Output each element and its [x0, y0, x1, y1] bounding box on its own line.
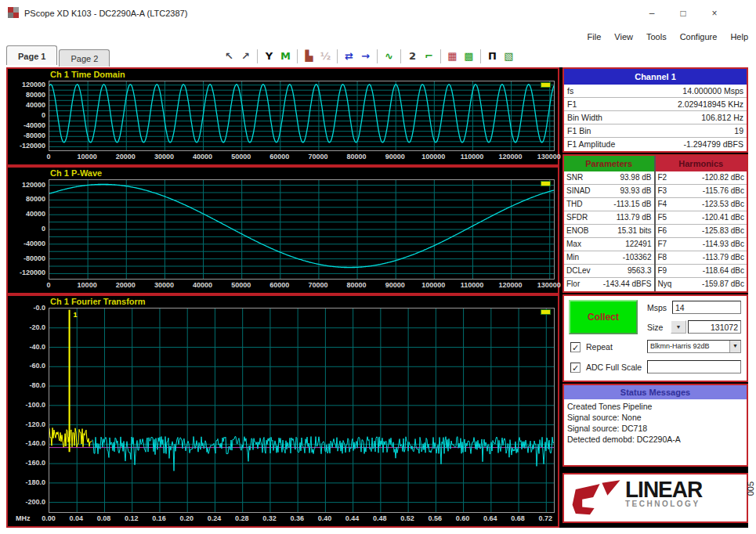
tab-page-1[interactable]: Page 1 [6, 45, 57, 65]
histogram-icon[interactable]: ▙ [301, 48, 317, 65]
x-axis-tick-label: 10000 [70, 153, 104, 161]
plot-canvas[interactable]: 1 [49, 308, 555, 513]
y-axis-tick-label: -0.0 [8, 304, 45, 312]
x-axis-tick-label: 120000 [494, 281, 528, 289]
x-axis-tick-label: 80000 [339, 281, 374, 289]
toolbar-separator [377, 49, 378, 63]
window-function-select[interactable]: Blkmn-Harris 92dB ▼ [647, 340, 741, 353]
x-axis-tick-label: 80000 [339, 153, 374, 161]
zoom-tool-icon[interactable]: ↗ [237, 48, 254, 65]
toolbar-separator [480, 49, 481, 63]
y-axis-tick-label: -180.0 [8, 478, 45, 486]
harmonic-row: F8-113.79 dBc [656, 251, 747, 265]
adc-full-scale-input[interactable] [647, 360, 741, 373]
status-message: Created Tones Pipeline [567, 401, 743, 412]
shift-x-icon[interactable]: → [357, 48, 374, 65]
channel-header: Channel 1 [564, 69, 747, 85]
p-wave-chart[interactable]: Ch 1 P-Wave12000080000400000-40000-80000… [6, 166, 559, 294]
msps-label: Msps [647, 303, 667, 312]
corner-plot-icon[interactable]: ⌐ [421, 48, 437, 65]
status-messages-header: Status Messages [564, 385, 747, 399]
plot-canvas[interactable] [49, 179, 555, 280]
size-dropdown-icon[interactable]: ▼ [671, 320, 686, 334]
x-axis-tick-label: 130000 [532, 153, 566, 161]
logo-text: LINEAR TECHNOLOGY [625, 478, 702, 508]
y-axis-tick-label: -40000 [8, 240, 45, 247]
x-axis-tick-label: 120000 [494, 153, 528, 161]
tab-page-2[interactable]: Page 2 [59, 49, 110, 67]
menu-tools[interactable]: Tools [646, 32, 667, 41]
pulse-icon[interactable]: Π [484, 48, 501, 65]
time-domain-chart[interactable]: Ch 1 Time Domain12000080000400000-40000-… [6, 67, 559, 166]
menu-help[interactable]: Help [730, 32, 748, 41]
window-function-value: Blkmn-Harris 92dB [650, 342, 710, 350]
x-axis-tick-label: 100000 [416, 281, 450, 289]
menu-view[interactable]: View [614, 32, 633, 41]
channel-info-row: F1 Bin19 [564, 124, 747, 138]
window-samples-icon[interactable]: M [277, 48, 294, 65]
y-axis-tick-label: 80000 [8, 195, 45, 203]
collect-button[interactable]: Collect [569, 300, 638, 334]
y-scale-icon[interactable]: Y [261, 48, 277, 65]
close-button[interactable]: × [706, 6, 723, 20]
parameters-table: Parameters SNR93.98 dBSINAD93.93 dBTHD-1… [564, 156, 656, 291]
size-input[interactable] [688, 320, 741, 334]
y-axis-tick-label: -80000 [8, 254, 45, 262]
compress-x-icon[interactable]: ⇄ [341, 48, 357, 65]
x-axis-tick-label: 20000 [108, 153, 143, 161]
right-panel: Channel 1 fs14.000000 MspsF12.029418945 … [562, 67, 748, 528]
harmonic-row: F9-118.64 dBc [656, 265, 747, 278]
tones-icon[interactable]: ∿ [381, 48, 397, 65]
parameter-row: SFDR113.79 dB [564, 211, 654, 225]
channel-legend-chip[interactable] [541, 309, 551, 315]
repeat-checkbox[interactable] [570, 342, 581, 352]
fraction-tool-icon[interactable]: ½ [317, 48, 334, 65]
channel-legend-chip[interactable] [541, 82, 551, 88]
y-axis-tick-label: -80.0 [8, 381, 45, 389]
x-axis-tick-label: 10000 [70, 281, 104, 289]
y-axis-tick-label: -40000 [8, 121, 45, 129]
y-axis-tick-label: 80000 [8, 91, 45, 99]
x-axis-tick-label: 30000 [146, 153, 181, 161]
app-window: PScope XD K103 - DC2290A-A (LTC2387) – □… [0, 0, 756, 534]
fourier-transform-chart[interactable]: Ch 1 Fourier Transform1-0.0-20.0-40.0-60… [6, 294, 559, 528]
overlay-b-icon[interactable]: ▩ [461, 48, 477, 65]
harmonic-row: F6-125.83 dBc [656, 225, 747, 238]
channel-legend-chip[interactable] [541, 181, 551, 186]
x-axis-tick-label: 60000 [262, 281, 297, 289]
y-axis-tick-label: -120.0 [8, 420, 45, 428]
channel-info-row: F1 Amplitude-1.294799 dBFS [564, 138, 747, 151]
app-icon [8, 7, 19, 18]
channel-info-row: fs14.000000 Msps [564, 85, 747, 98]
two-tone-icon[interactable]: 2 [404, 48, 421, 65]
x-axis-tick-label: 70000 [301, 153, 335, 161]
x-axis-unit: MHz [16, 514, 31, 522]
msps-input[interactable] [672, 301, 741, 314]
screenshot-icon[interactable]: ▧ [501, 48, 517, 65]
adc-full-scale-checkbox[interactable] [570, 363, 581, 373]
harmonic-row: F7-114.93 dBc [656, 238, 747, 251]
plot-area: Ch 1 Time Domain12000080000400000-40000-… [6, 67, 559, 528]
parameter-row: DCLev9563.3 [564, 265, 654, 278]
menu-configure[interactable]: Configure [680, 32, 718, 41]
x-axis-tick-label: 90000 [378, 281, 412, 289]
x-axis-tick-label: 110000 [454, 281, 489, 289]
overlay-a-icon[interactable]: ▦ [444, 48, 461, 65]
menu-file[interactable]: File [588, 32, 602, 41]
harmonic-row: F5-120.41 dBc [656, 211, 747, 225]
acquisition-panel: Collect Msps Size ▼ Repeat Blkmn-Harris … [562, 294, 748, 382]
parameter-row: ENOB15.31 bits [564, 225, 654, 238]
harmonic-row: F2-120.82 dBc [656, 171, 747, 185]
toolbar-separator [337, 49, 338, 63]
minimize-button[interactable]: – [643, 6, 660, 20]
pan-tool-icon[interactable]: ↖ [221, 48, 237, 65]
parameters-header: Parameters [564, 156, 654, 171]
plot-canvas[interactable] [49, 81, 555, 151]
main-content: Ch 1 Time Domain12000080000400000-40000-… [6, 67, 748, 528]
channel-info-row: F12.029418945 KHz [564, 98, 747, 111]
y-axis-tick-label: -200.0 [8, 498, 45, 506]
toolbar-separator [257, 49, 258, 63]
maximize-button[interactable]: □ [675, 6, 692, 20]
adc-full-scale-label: ADC Full Scale [586, 363, 642, 372]
x-axis-tick-label: 130000 [532, 281, 566, 289]
